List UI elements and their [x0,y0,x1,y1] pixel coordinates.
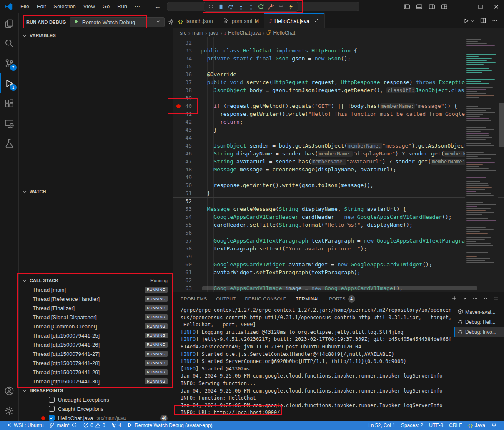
variables-section-header[interactable]: VARIABLES [19,31,173,40]
breakpoint-checkbox[interactable] [49,406,55,412]
status-forwarded-ports[interactable]: 4 [108,421,124,430]
menu-file[interactable]: File [17,2,33,11]
close-window-icon[interactable] [488,0,504,13]
status-debug-status[interactable]: Remote Watch Debug (avatar-app) [124,421,215,430]
menu-view[interactable]: View [80,2,99,11]
breakpoint-row[interactable]: HelloChat.javasrc/main/java40 [19,413,173,421]
menu-selection[interactable]: Selection [50,2,79,11]
call-stack-thread-row[interactable]: Thread [Signal Dispatcher]RUNNING [19,312,173,322]
call-stack-section-header[interactable]: CALL STACK Running [19,276,173,285]
status-indentation[interactable]: Spaces: 2 [398,421,426,430]
activity-accounts[interactable] [0,381,19,401]
editor-more-icon[interactable] [491,17,498,25]
breakpoint-row[interactable]: Caught Exceptions [19,404,173,413]
status-encoding[interactable]: UTF-8 [426,421,446,430]
panel-tab-problems[interactable]: PROBLEMS [181,292,207,305]
call-stack-thread-row[interactable]: Thread [main]RUNNING [19,285,173,294]
tab-hellochat-java[interactable]: JHelloChat.java [264,13,325,28]
activity-search[interactable] [0,33,19,53]
call-stack-thread-row[interactable]: Thread [qtp1500079441-25]RUNNING [19,331,173,340]
step-into-icon[interactable] [237,2,245,11]
call-stack-thread-row[interactable]: Thread [qtp1500079441-27]RUNNING [19,349,173,358]
breakpoint-checkbox[interactable] [49,415,55,421]
code-editor[interactable]: 3233public class HelloChat implements Ht… [173,38,504,292]
status-problems[interactable]: 00 [80,421,108,430]
activity-settings[interactable] [0,401,19,421]
activity-run-and-debug[interactable]: 1 [0,73,19,93]
call-stack-thread-row[interactable]: Thread [qtp1500079441-29]RUNNING [19,368,173,377]
terminal-session-debug-invoker[interactable]: Debug: Invo... [454,327,504,337]
status-eol[interactable]: CRLF [446,421,465,430]
hot-code-replace-icon[interactable] [287,2,295,11]
breadcrumb-item[interactable]: src [180,30,186,36]
call-stack-thread-row[interactable]: Thread [Reference Handler]RUNNING [19,294,173,303]
line-number: 52 [173,197,201,205]
vertical-scrollbar[interactable] [498,38,504,292]
chevron-down-icon[interactable] [277,2,285,11]
status-notifications[interactable] [488,421,500,430]
minimap[interactable] [465,38,498,292]
status-language-mode[interactable]: {}Java [465,421,488,430]
toggle-panel-icon[interactable] [413,0,426,13]
status-git-branch[interactable]: main* [46,421,80,430]
terminal-session-maven[interactable]: Maven-avat... [454,307,504,317]
restart-icon[interactable] [257,2,265,11]
customize-layout-icon[interactable] [438,0,451,13]
activity-testing[interactable] [0,133,19,153]
start-debug-icon[interactable] [73,18,80,26]
close-tab-icon[interactable] [314,18,319,24]
new-terminal-icon[interactable] [451,295,457,302]
panel-tab-debug-console[interactable]: DEBUG CONSOLE [245,292,287,305]
panel-tab-ports[interactable]: PORTS4 [329,292,355,305]
breakpoint-checkbox[interactable] [49,397,55,402]
menu-run[interactable]: Run [113,2,131,11]
breadcrumb-item[interactable]: main [192,30,203,36]
tab-launch-json[interactable]: {}launch.json [173,13,218,28]
activity-remote-explorer[interactable] [0,113,19,133]
back-arrow-icon[interactable]: ← [155,3,161,10]
split-editor-icon[interactable] [480,17,486,25]
activity-extensions[interactable] [0,93,19,113]
maximize-panel-icon[interactable] [483,295,489,302]
maximize-icon[interactable] [472,0,488,13]
pause-icon[interactable] [217,2,225,11]
panel-more-icon[interactable] [472,295,478,302]
call-stack-thread-row[interactable]: Thread [Common-Cleaner]RUNNING [19,322,173,331]
watch-section-header[interactable]: WATCH [19,187,173,196]
menu-go[interactable]: Go [99,2,113,11]
breadcrumb-item[interactable]: JHelloChat.java [224,30,261,36]
menu-more[interactable]: ⋯ [131,2,144,11]
horizontal-scrollbar[interactable] [202,286,477,290]
menu-edit[interactable]: Edit [33,2,50,11]
launch-config-dropdown[interactable]: Remote Watch Debug [70,17,165,27]
drag-gripper[interactable] [207,2,215,11]
breakpoint-dot-icon[interactable] [176,104,181,108]
disconnect-icon[interactable] [267,2,275,11]
step-out-icon[interactable] [247,2,255,11]
breadcrumb-item[interactable]: HelloChat [266,30,295,36]
call-stack-thread-row[interactable]: Thread [qtp1500079441-28]RUNNING [19,358,173,368]
minimize-icon[interactable] [456,0,472,13]
panel-tab-terminal[interactable]: TERMINAL [296,292,320,305]
status-remote-indicator[interactable]: WSL: Ubuntu [3,421,46,430]
breakpoints-section-header[interactable]: BREAKPOINTS [19,386,173,395]
toggle-secondary-sidebar-icon[interactable] [426,0,438,13]
step-over-icon[interactable] [227,2,235,11]
terminal-session-debug-hello[interactable]: Debug: Hell... [454,317,504,327]
activity-source-control[interactable]: 7 [0,53,19,73]
code-text: JsonObject sender = body.getAsJsonObject… [201,142,504,150]
call-stack-thread-row[interactable]: Thread [qtp1500079441-26]RUNNING [19,340,173,349]
toggle-sidebar-icon[interactable] [401,0,413,13]
terminal-profile-dropdown-icon[interactable] [462,295,468,302]
call-stack-thread-row[interactable]: Thread [Finalizer]RUNNING [19,303,173,312]
terminal-output[interactable]: /grpc/grpc-context/1.27.2/grpc-context-1… [173,305,454,421]
breadcrumb-item[interactable]: java [209,30,218,36]
run-java-button[interactable] [463,18,475,24]
status-cursor-position[interactable]: Ln 52, Col 1 [365,421,398,430]
call-stack-thread-row[interactable]: Thread [qtp1500079441-30]RUNNING [19,377,173,386]
panel-tab-output[interactable]: OUTPUT [216,292,236,305]
breakpoint-row[interactable]: Uncaught Exceptions [19,395,173,404]
close-panel-icon[interactable] [493,295,499,302]
tab-pom-xml[interactable]: pom.xmlM [218,13,264,28]
activity-explorer[interactable] [0,13,19,33]
